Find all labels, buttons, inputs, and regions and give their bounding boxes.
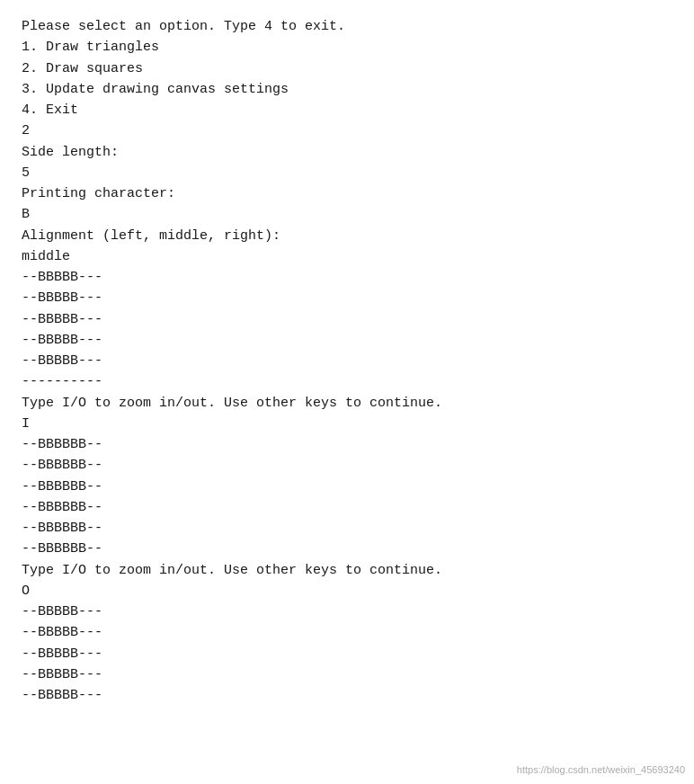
terminal-line: --BBBBBB-- [22,497,672,518]
terminal-line: 5 [22,163,672,183]
terminal-line: --BBBBB--- [22,644,672,664]
terminal-output: Please select an option. Type 4 to exit.… [22,16,672,706]
terminal-line: 3. Update drawing canvas settings [22,79,672,100]
terminal-line: Alignment (left, middle, right): [22,226,672,246]
watermark: https://blog.csdn.net/weixin_45693240 [517,764,685,775]
terminal-line: Type I/O to zoom in/out. Use other keys … [22,560,672,581]
terminal-line: Printing character: [22,183,672,204]
terminal-line: 2. Draw squares [22,58,672,79]
terminal-line: O [22,581,672,601]
terminal-line: Side length: [22,142,672,163]
terminal-line: 4. Exit [22,100,672,120]
terminal-line: 1. Draw triangles [22,37,672,58]
terminal-line: --BBBBB--- [22,622,672,643]
terminal-line: I [22,414,672,434]
terminal-line: --BBBBBB-- [22,477,672,497]
terminal-line: --BBBBBB-- [22,539,672,559]
terminal-line: Please select an option. Type 4 to exit. [22,16,672,37]
terminal-line: --BBBBB--- [22,309,672,330]
terminal-line: --BBBBBB-- [22,455,672,476]
terminal-line: 2 [22,120,672,141]
terminal-line: --BBBBBB-- [22,434,672,455]
terminal-line: --BBBBB--- [22,601,672,622]
terminal-line: --BBBBB--- [22,288,672,308]
terminal-line: --BBBBB--- [22,685,672,706]
terminal-line: --BBBBB--- [22,351,672,371]
terminal-line: B [22,204,672,225]
terminal-line: --BBBBB--- [22,664,672,685]
terminal-line: Type I/O to zoom in/out. Use other keys … [22,393,672,414]
terminal-line: --BBBBB--- [22,267,672,288]
terminal-line: ---------- [22,371,672,392]
terminal-line: middle [22,246,672,267]
terminal-line: --BBBBB--- [22,330,672,351]
terminal-line: --BBBBBB-- [22,518,672,539]
